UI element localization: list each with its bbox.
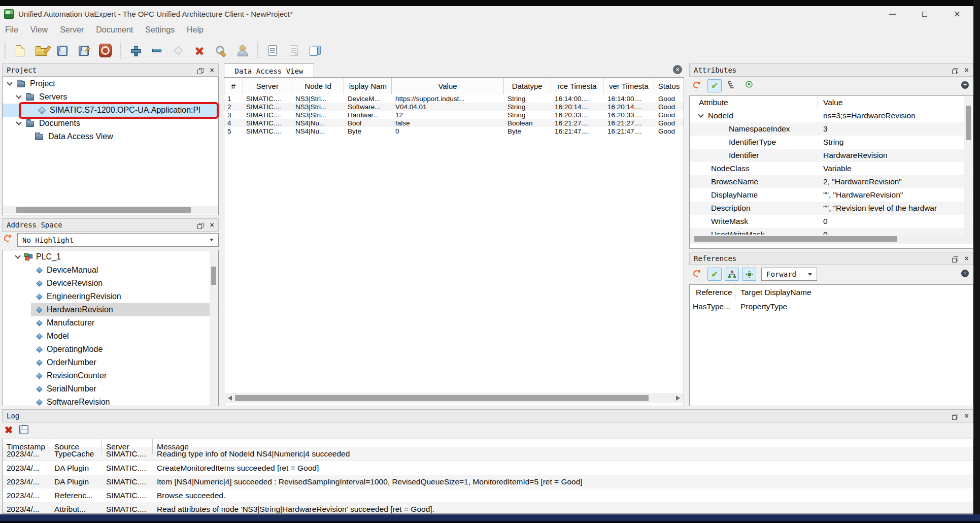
dav-row[interactable]: 5 SIMATIC.... NS4|Nu... Byte 0 Byte 16:2…	[224, 127, 684, 135]
log-panel-header[interactable]: Log ×	[2, 409, 973, 422]
tab-data-access-view[interactable]: Data Access View	[224, 63, 314, 78]
remove-server-button[interactable]	[149, 42, 164, 60]
col-header-reference[interactable]: Reference	[690, 285, 735, 300]
close-view-button[interactable]: ✕	[673, 65, 682, 74]
scrollbar-thumb[interactable]	[211, 267, 216, 285]
col-header-datatype[interactable]: Datatype	[504, 78, 551, 94]
col-header-target-displayname[interactable]: Target DisplayName	[735, 288, 973, 297]
attributes-refresh-button[interactable]	[693, 82, 700, 88]
attribute-row[interactable]: BrowseName 2, "HardwareRevision"	[690, 175, 973, 188]
attribute-row[interactable]: Description "", "Revision level of the h…	[690, 202, 973, 215]
tree-item-data-access-view[interactable]: Data Access View	[3, 130, 218, 143]
horizontal-scrollbar[interactable]	[225, 393, 683, 403]
open-project-button[interactable]	[33, 42, 49, 60]
attribute-row[interactable]: NamespaceIndex 3	[690, 122, 973, 136]
attributes-highlight-target-button[interactable]	[745, 80, 753, 88]
scrollbar-thumb[interactable]	[966, 106, 971, 140]
horizontal-scrollbar[interactable]	[3, 206, 218, 214]
expander-icon[interactable]	[15, 253, 20, 258]
menu-view[interactable]: View	[24, 25, 54, 35]
col-header-source-timestamp[interactable]: rce Timesta	[551, 78, 604, 94]
dav-row[interactable]: 1 SIMATIC.... NS3|Stri... DeviceM... htt…	[224, 94, 684, 103]
clear-log-button[interactable]	[4, 425, 13, 434]
tree-item-operatingmode[interactable]: OperatingMode	[3, 343, 218, 356]
delete-button[interactable]	[192, 42, 207, 60]
reference-row[interactable]: HasType... PropertyType	[690, 300, 973, 313]
references-refresh-button[interactable]	[693, 270, 700, 277]
document-report-button[interactable]	[265, 42, 280, 60]
tree-item-manufacturer[interactable]: Manufacturer	[3, 316, 218, 330]
col-header-server[interactable]: Server	[243, 78, 292, 94]
vertical-scrollbar[interactable]	[210, 251, 218, 406]
new-document-button[interactable]	[12, 42, 27, 60]
tree-item-serialnumber[interactable]: SerialNumber	[3, 382, 218, 396]
menu-server[interactable]: Server	[54, 25, 90, 35]
references-auto-update-toggle[interactable]: ✔	[707, 268, 722, 281]
close-panel-icon[interactable]: ×	[964, 67, 969, 74]
tree-item-model[interactable]: Model	[3, 330, 218, 343]
close-panel-icon[interactable]: ×	[210, 67, 214, 74]
tree-item-ordernumber[interactable]: OrderNumber	[3, 356, 218, 369]
scrollbar-thumb[interactable]	[16, 207, 191, 213]
tree-item-project[interactable]: Project	[3, 77, 218, 90]
attribute-row[interactable]: Identifier HardwareRevision	[690, 149, 973, 162]
tree-item-devicerevision[interactable]: DeviceRevision	[3, 277, 218, 290]
references-add-button[interactable]: +	[961, 270, 969, 277]
float-panel-icon[interactable]	[199, 68, 204, 73]
address-space-refresh-button[interactable]	[4, 235, 11, 242]
tree-item-hardwarerevision-selected[interactable]: HardwareRevision	[3, 303, 218, 316]
menu-document[interactable]: Document	[90, 25, 139, 35]
col-header-attribute[interactable]: Attribute	[690, 96, 818, 109]
scroll-right-arrow[interactable]	[676, 396, 680, 401]
server-settings-button[interactable]	[213, 42, 228, 60]
close-panel-icon[interactable]: ×	[964, 255, 969, 263]
dav-row[interactable]: 2 SIMATIC.... NS3|Stri... Software... V0…	[224, 103, 684, 111]
float-panel-icon[interactable]	[954, 256, 958, 261]
close-button[interactable]: ×	[941, 6, 973, 22]
tree-item-servers[interactable]: Servers	[3, 90, 218, 104]
tree-item-documents[interactable]: Documents	[3, 117, 218, 130]
references-panel-header[interactable]: References ×	[689, 252, 973, 265]
tree-item-engineeringrevision[interactable]: EngineeringRevision	[3, 290, 218, 303]
expander-icon[interactable]	[7, 80, 12, 85]
tree-item-devicemanual[interactable]: DeviceManual	[3, 264, 218, 277]
log-row-clipped[interactable]: 2023/4/... TypeCache SIMATIC.... Reading…	[3, 447, 973, 461]
change-user-button[interactable]	[234, 42, 250, 60]
attributes-panel-header[interactable]: Attributes ×	[689, 63, 973, 77]
save-log-button[interactable]	[19, 425, 28, 434]
tree-item-server-simatic[interactable]: SIMATIC.S7-1200.OPC-UA.Application:Pl	[3, 104, 218, 117]
dav-row[interactable]: 3 SIMATIC.... NS3|Stri... Hardwar... 12 …	[224, 111, 684, 119]
attribute-row[interactable]: NodeId ns=3;s=HardwareRevision	[690, 109, 973, 122]
log-row[interactable]: 2023/4/... Referenc... SIMATIC.... Brows…	[3, 488, 973, 502]
scroll-left-arrow[interactable]	[228, 396, 232, 401]
float-panel-icon[interactable]	[954, 68, 958, 73]
float-panel-icon[interactable]	[954, 414, 958, 418]
save-project-button[interactable]	[55, 42, 70, 60]
attributes-auto-update-toggle[interactable]: ✔	[707, 79, 722, 92]
restore-button[interactable]	[908, 6, 941, 22]
attributes-collapse-button[interactable]	[727, 80, 736, 89]
attribute-row[interactable]: IdentifierType String	[690, 136, 973, 149]
close-panel-icon[interactable]: ×	[210, 221, 214, 229]
address-space-panel-header[interactable]: Address Space ×	[2, 218, 219, 232]
tree-item-revisioncounter[interactable]: RevisionCounter	[3, 369, 218, 382]
col-header-nodeid[interactable]: Node Id	[292, 78, 345, 94]
col-header-status[interactable]: Status	[654, 78, 684, 94]
float-panel-icon[interactable]	[199, 223, 204, 227]
titlebar[interactable]: Unified Automation UaExpert - The OPC Un…	[0, 6, 973, 22]
col-header-value[interactable]: Value	[392, 78, 504, 94]
add-server-button[interactable]	[128, 42, 143, 60]
attribute-row[interactable]: DisplayName "", "HardwareRevision"	[690, 188, 973, 202]
log-row[interactable]: 2023/4/... Attribut... SIMATIC.... Read …	[3, 502, 973, 514]
col-header-server-timestamp[interactable]: ver Timesta	[603, 78, 654, 94]
expander-icon[interactable]	[698, 112, 703, 117]
log-row[interactable]: 2023/4/... DA Plugin SIMATIC.... Item [N…	[3, 475, 973, 488]
reference-direction-select[interactable]: Forward	[761, 268, 817, 281]
tree-item-plc1[interactable]: PLC_1	[3, 250, 218, 264]
col-header-displayname[interactable]: isplay Nam	[344, 78, 392, 94]
close-panel-icon[interactable]: ×	[964, 412, 969, 420]
dav-row[interactable]: 4 SIMATIC.... NS4|Nu... Bool false Boole…	[224, 119, 684, 127]
expander-icon[interactable]	[16, 119, 21, 125]
highlight-mode-select[interactable]: No Highlight	[17, 233, 219, 247]
menu-settings[interactable]: Settings	[139, 25, 181, 35]
